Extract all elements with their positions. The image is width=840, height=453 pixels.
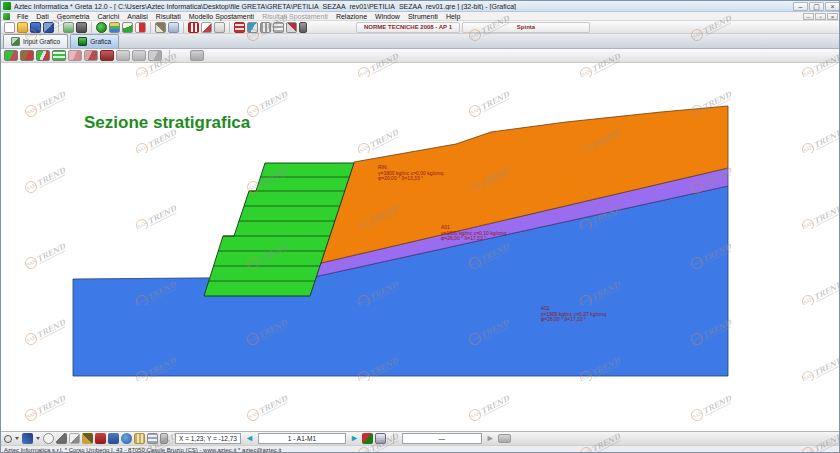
pressure-grid-icon[interactable] (234, 22, 245, 33)
redraw-icon[interactable] (43, 433, 54, 444)
menu-dati[interactable]: Dati (32, 12, 52, 21)
menu-file[interactable]: File (13, 12, 32, 21)
pan-icon[interactable] (22, 433, 33, 444)
tab-input-grafico[interactable]: Input Grafico (3, 34, 68, 48)
save-icon[interactable] (30, 22, 41, 33)
displacement-model-icon[interactable] (168, 22, 179, 33)
tab-label: Grafica (90, 38, 111, 45)
profile-icon[interactable] (201, 22, 212, 33)
export-button: ► (486, 433, 495, 444)
menu-relazione[interactable]: Relazione (332, 12, 371, 21)
open-file-icon[interactable] (17, 22, 28, 33)
menu-modello-spostamenti[interactable]: Modello Spostamenti (185, 12, 258, 21)
menu-geometria[interactable]: Geometria (53, 12, 94, 21)
percent-icon[interactable] (214, 22, 225, 33)
units-icon[interactable] (63, 22, 74, 33)
zoom-dropdown-icon[interactable] (15, 437, 19, 440)
layer-label-a01: A01 γ=1800 kg/mc c=0,10 kg/cmq φ=26,00 °… (441, 225, 506, 242)
marker-icon[interactable] (95, 433, 106, 444)
tab-label: Input Grafico (23, 38, 60, 45)
load-arrow-icon[interactable] (135, 22, 146, 33)
prev-combination-button[interactable]: ◄ (245, 433, 254, 444)
layer-label-rin: RIN γ=1800 kg/mc c=0,00 kg/cmq φ=20,00 °… (378, 165, 443, 182)
misc-icon[interactable] (299, 22, 307, 33)
window-title: Aztec Informatica * Greta 12.0 - [ C:\Us… (14, 3, 793, 10)
monitor-icon[interactable] (375, 433, 386, 444)
menu-analisi[interactable]: Analisi (123, 12, 152, 21)
layer-angles: φ=20,00 ° δ=13,33 ° (378, 176, 443, 182)
drawing-title: Sezione stratigrafica (84, 113, 250, 133)
stratigraphy-icon[interactable] (109, 22, 120, 33)
layer-label-a02: A02 γ=1900 kg/mc c=0,27 kg/cmq φ=26,00 °… (541, 306, 606, 323)
menu-window[interactable]: Window (371, 12, 404, 21)
application-window: Aztec Informatica * Greta 12.0 - [ C:\Us… (0, 0, 840, 453)
maximize-button[interactable]: ▢ (809, 2, 824, 11)
menu-help[interactable]: Help (442, 12, 464, 21)
scale-display[interactable]: — (402, 433, 482, 444)
main-toolbar: NORME TECNICHE 2008 - AP 1 Spinta (1, 21, 840, 34)
app-logo-icon (3, 2, 11, 10)
coordinates-display: X = 1,23; Y = -12,73 (175, 433, 241, 444)
menu-carichi[interactable]: Carichi (93, 12, 123, 21)
printer-icon (498, 434, 511, 443)
zoom-icon[interactable] (4, 435, 12, 443)
save-all-icon[interactable] (43, 22, 54, 33)
graphics-toolbar (1, 49, 840, 63)
pressures-icon[interactable] (84, 50, 98, 61)
measure-dart-icon[interactable] (82, 433, 93, 444)
extra-tool-icon (190, 50, 204, 61)
select-window-icon[interactable] (69, 433, 80, 444)
menu-risultati[interactable]: Risultati (152, 12, 185, 21)
bottom-toolbar: X = 1,23; Y = -12,73 ◄ 1 - A1-M1 ► — ► (1, 431, 840, 445)
combination-display[interactable]: 1 - A1-M1 (258, 433, 346, 444)
print-view-icon (148, 50, 162, 61)
text-icon[interactable] (108, 433, 119, 444)
layer-angles: φ=26,00 ° δ=17,33 ° (441, 236, 506, 242)
verify-icon[interactable] (286, 22, 297, 33)
ruler-icon[interactable] (134, 433, 145, 444)
surfaces-icon[interactable] (100, 50, 114, 61)
tab-strip: Input Grafico Grafica (1, 34, 840, 49)
soil-profile-icon[interactable] (36, 50, 50, 61)
info-icon[interactable] (121, 433, 132, 444)
layer-angles: φ=26,00 ° δ=17,33 ° (541, 317, 606, 323)
menu-strumenti[interactable]: Strumenti (404, 12, 442, 21)
new-file-icon[interactable] (4, 22, 15, 33)
mdi-close-button[interactable]: × (827, 13, 838, 20)
mdi-window-controls: – ▫ × (802, 13, 838, 20)
grafica-icon (78, 37, 87, 46)
copy-view-icon (132, 50, 146, 61)
select-icon[interactable] (56, 433, 67, 444)
material-icon[interactable] (96, 22, 107, 33)
wall-geometry-icon[interactable] (20, 50, 34, 61)
close-button[interactable]: × (825, 2, 840, 11)
tab-grafica[interactable]: Grafica (70, 34, 119, 48)
input-grafico-icon (11, 37, 20, 46)
results-diagram-icon[interactable] (188, 22, 199, 33)
menu-bar: File Dati Geometria Carichi Analisi Risu… (1, 12, 840, 21)
analysis-hammer-icon[interactable] (155, 22, 166, 33)
runner-icon[interactable] (362, 433, 373, 444)
spinta-label: Spinta (462, 22, 590, 33)
next-combination-button[interactable]: ► (350, 433, 359, 444)
menu-risultati-spostamenti: Risultati Spostamenti (258, 12, 332, 21)
status-bar: Aztec Informatica s.r.l. * Corso Umberto… (1, 445, 840, 453)
mdi-restore-button[interactable]: ▫ (815, 13, 826, 20)
table-icon[interactable] (147, 433, 158, 444)
section-view-icon[interactable] (4, 50, 18, 61)
flag-icon[interactable] (247, 22, 258, 33)
mdi-minimize-button[interactable]: – (803, 13, 814, 20)
mesh-icon[interactable] (260, 22, 271, 33)
status-text: Aztec Informatica s.r.l. * Corso Umberto… (4, 447, 282, 453)
water-table-icon[interactable] (122, 22, 133, 33)
norme-tecniche-label: NORME TECNICHE 2008 - AP 1 (356, 22, 460, 33)
reinforcement-icon[interactable] (68, 50, 82, 61)
lock-icon[interactable] (160, 433, 168, 444)
pan-dropdown-icon[interactable] (36, 437, 40, 440)
drawing-canvas[interactable]: Sezione stratigrafica RIN γ=1800 kg/mc c… (1, 63, 840, 431)
gabion-wall-icon[interactable] (52, 50, 66, 61)
export-view-icon (116, 50, 130, 61)
mesh-a-icon[interactable] (273, 22, 284, 33)
edit-data-icon[interactable] (76, 22, 87, 33)
minimize-button[interactable]: – (793, 2, 808, 11)
